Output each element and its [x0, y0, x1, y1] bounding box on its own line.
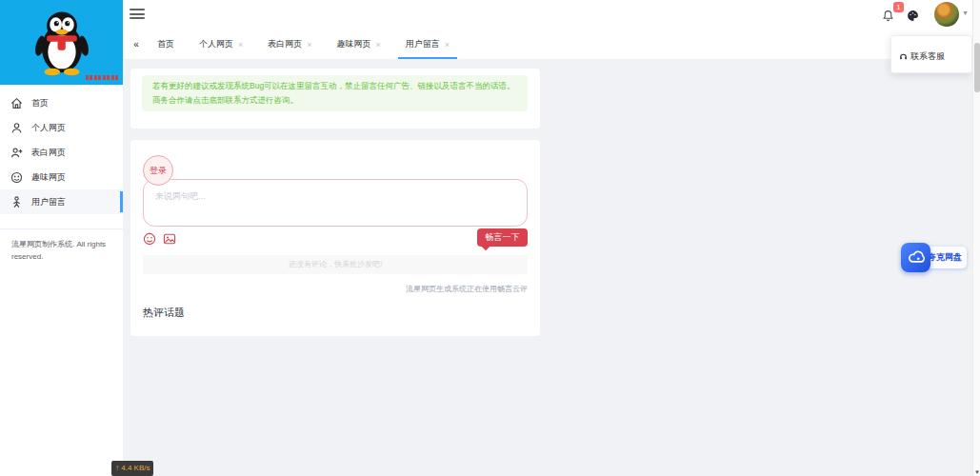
scrollbar-down-arrow-icon[interactable]: ▾ — [973, 468, 980, 476]
palette-icon — [907, 10, 919, 22]
sidebar-nav: 首页 个人网页 表白网页 — [0, 90, 123, 214]
app-window: 首页 个人网页 表白网页 — [0, 0, 980, 476]
tab-bar: « 首页 个人网页 × 表白网页 × 趣味网页 × 用户留言 × — [123, 30, 972, 59]
tabs-collapse-icon[interactable]: « — [128, 39, 145, 50]
success-alert: 若有更好的建议或发现系统Bug可以在这里留言互动，禁止留言任何广告、链接以及语言… — [142, 75, 528, 111]
logo-watermark — [86, 75, 118, 80]
theme-palette-icon[interactable] — [907, 9, 919, 26]
tab-label: 表白网页 — [268, 38, 302, 50]
user-avatar[interactable] — [934, 2, 959, 27]
tab-personal-page[interactable]: 个人网页 × — [187, 30, 255, 59]
user-dropdown-menu: 联系客服 — [890, 35, 972, 73]
notification-bell-icon[interactable] — [882, 9, 894, 26]
bell-icon — [882, 10, 894, 22]
user-icon — [10, 122, 23, 134]
sidebar-item-label: 首页 — [31, 97, 49, 109]
tab-close-icon[interactable]: × — [238, 40, 243, 50]
page-scrollbar: ▾ — [972, 0, 980, 476]
sidebar-item-fun-page[interactable]: 趣味网页 — [0, 165, 123, 189]
sidebar-item-user-messages[interactable]: 用户留言 — [0, 189, 123, 214]
tab-close-icon[interactable]: × — [445, 40, 450, 50]
tab-label: 个人网页 — [199, 38, 233, 50]
sidebar-item-home[interactable]: 首页 — [0, 90, 123, 115]
qq-penguin-logo — [0, 0, 123, 85]
sidebar-item-label: 趣味网页 — [31, 171, 66, 184]
tab-label: 首页 — [157, 38, 174, 50]
smile-icon — [10, 171, 23, 184]
image-upload-icon[interactable] — [163, 232, 176, 246]
contact-support-item[interactable]: 联系客服 — [891, 50, 971, 63]
notification-badge: 1 — [893, 2, 904, 12]
person-figure-icon — [10, 196, 23, 208]
submit-comment-button[interactable]: 畅言一下 — [477, 228, 528, 247]
hamburger-menu-icon[interactable] — [130, 9, 145, 21]
comment-card: 登录 畅言一下 还没有评论，快来抢沙发吧! 流星网页生成系统正在使用畅言云评 热… — [130, 140, 540, 336]
tab-label: 趣味网页 — [337, 38, 371, 50]
sidebar: 首页 个人网页 表白网页 — [0, 0, 123, 476]
notice-card: 若有更好的建议或发现系统Bug可以在这里留言互动，禁止留言任何广告、链接以及语言… — [130, 69, 540, 129]
sidebar-item-personal-page[interactable]: 个人网页 — [0, 115, 123, 140]
login-button[interactable]: 登录 — [143, 155, 173, 186]
chevron-down-icon[interactable]: ▼ — [962, 10, 969, 16]
tab-home[interactable]: 首页 — [145, 30, 187, 59]
sidebar-item-label: 用户留言 — [31, 196, 66, 208]
image-icon — [163, 232, 176, 246]
tab-close-icon[interactable]: × — [307, 40, 311, 50]
tab-user-messages[interactable]: 用户留言 × — [393, 30, 462, 59]
sidebar-item-confession-page[interactable]: 表白网页 — [0, 140, 123, 165]
top-bar: 1 ▼ — [123, 0, 972, 30]
sidebar-item-label: 个人网页 — [31, 122, 66, 134]
contact-support-label: 联系客服 — [910, 50, 945, 63]
scrollbar-thumb[interactable] — [974, 43, 980, 92]
sidebar-footer-text: 流星网页制作系统. All rights reserved. — [0, 229, 123, 273]
empty-comments-message: 还没有评论，快来抢沙发吧! — [143, 255, 528, 274]
hot-topics-title: 热评话题 — [143, 306, 185, 320]
quark-cloud-icon — [901, 243, 930, 272]
network-speed-badge: ↑ 4.4 KB/s — [111, 461, 153, 476]
comment-input[interactable] — [143, 179, 528, 227]
tab-close-icon[interactable]: × — [376, 40, 381, 50]
tab-label: 用户留言 — [406, 38, 440, 50]
tab-fun-page[interactable]: 趣味网页 × — [325, 30, 393, 59]
headset-icon — [899, 52, 908, 61]
quark-drive-widget[interactable]: 夸克网盘 — [901, 243, 968, 273]
powered-by-text: 流星网页生成系统正在使用畅言云评 — [143, 284, 528, 294]
sidebar-item-label: 表白网页 — [31, 147, 66, 159]
emoji-picker-icon[interactable] — [143, 232, 156, 246]
user-add-icon — [10, 147, 23, 159]
penguin-icon — [31, 10, 92, 76]
emoji-icon — [143, 232, 156, 246]
home-icon — [10, 97, 23, 109]
tab-confession-page[interactable]: 表白网页 × — [255, 30, 324, 59]
